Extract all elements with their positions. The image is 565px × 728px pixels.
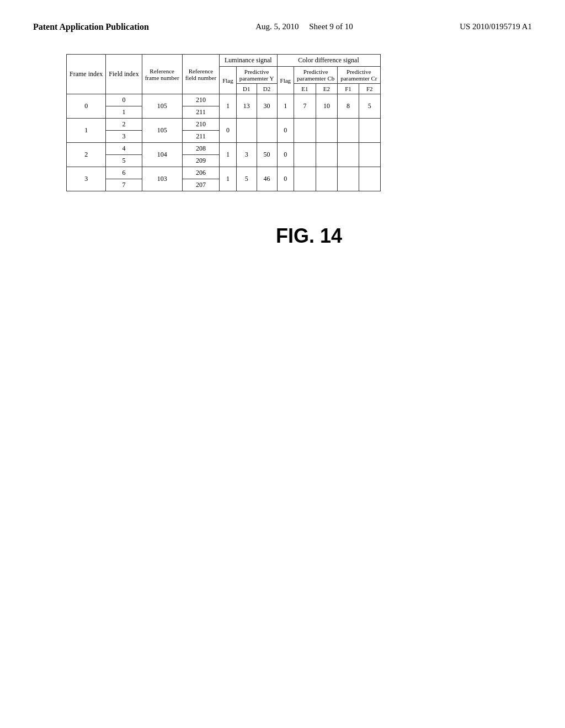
field-index-cell: 5 [106, 155, 142, 167]
f1-cell [338, 143, 359, 167]
d2-cell: 30 [257, 94, 277, 119]
e2-cell: 10 [316, 94, 338, 119]
frame-index-cell: 2 [67, 143, 106, 167]
lum-flag-cell: 1 [220, 167, 237, 191]
lum-flag-cell: 1 [220, 143, 237, 167]
ref-field-header: Referencefield number [182, 55, 220, 94]
f2-header: F2 [359, 84, 380, 94]
color-diff-signal-header: Color difference signal [277, 55, 380, 67]
color-flag-cell: 0 [277, 143, 294, 167]
header-center: Aug. 5, 2010 Sheet 9 of 10 [255, 22, 353, 31]
ref-field-cell: 210 [182, 94, 220, 106]
page-content: Frame index Field index Referenceframe n… [0, 43, 565, 202]
field-index-header: Field index [106, 55, 142, 94]
table-container: Frame index Field index Referenceframe n… [66, 54, 381, 191]
table-row: 3 6 103 206 1 5 46 0 [67, 167, 381, 179]
ref-frame-cell: 103 [142, 167, 182, 191]
f2-cell [359, 167, 380, 191]
header-sheet: Sheet 9 of 10 [309, 22, 353, 31]
ref-field-cell: 207 [182, 179, 220, 191]
lum-flag-header: Flag [220, 67, 237, 94]
color-cr-header: Predictiveparamemter Cr [338, 67, 380, 84]
ref-frame-cell: 104 [142, 143, 182, 167]
field-index-cell: 7 [106, 179, 142, 191]
e2-cell [316, 167, 338, 191]
d2-cell [257, 119, 277, 143]
frame-index-cell: 0 [67, 94, 106, 119]
e1-cell [294, 143, 316, 167]
field-index-cell: 3 [106, 131, 142, 143]
f1-cell [338, 119, 359, 143]
d1-cell: 5 [236, 167, 257, 191]
table-row: 0 0 105 210 1 13 30 1 7 10 8 5 [67, 94, 381, 106]
table-row: 2 4 104 208 1 3 50 0 [67, 143, 381, 155]
f2-cell: 5 [359, 94, 380, 119]
color-cb-header: Predictiveparamemter Cb [294, 67, 338, 84]
d1-cell: 13 [236, 94, 257, 119]
page-header: Patent Application Publication Aug. 5, 2… [0, 0, 565, 43]
frame-index-cell: 1 [67, 119, 106, 143]
data-table: Frame index Field index Referenceframe n… [66, 54, 381, 191]
lum-flag-cell: 1 [220, 94, 237, 119]
field-index-cell: 6 [106, 167, 142, 179]
ref-field-cell: 206 [182, 167, 220, 179]
frame-index-cell: 3 [67, 167, 106, 191]
f1-cell [338, 167, 359, 191]
color-flag-cell: 0 [277, 119, 294, 143]
e1-cell [294, 167, 316, 191]
field-index-cell: 2 [106, 119, 142, 131]
e2-header: E2 [316, 84, 338, 94]
ref-field-cell: 211 [182, 131, 220, 143]
figure-label: FIG. 14 [276, 224, 565, 248]
color-flag-cell: 0 [277, 167, 294, 191]
f1-header: F1 [338, 84, 359, 94]
d1-header: D1 [236, 84, 257, 94]
header-right: US 2010/0195719 A1 [460, 22, 532, 31]
d1-cell: 3 [236, 143, 257, 167]
lum-predictive-header: Predictiveparamemter Y [236, 67, 277, 84]
f2-cell [359, 143, 380, 167]
ref-frame-header: Referenceframe number [142, 55, 182, 94]
field-index-cell: 4 [106, 143, 142, 155]
ref-frame-cell: 105 [142, 119, 182, 143]
header-left: Patent Application Publication [33, 22, 149, 32]
field-index-cell: 0 [106, 94, 142, 106]
color-flag-cell: 1 [277, 94, 294, 119]
e1-header: E1 [294, 84, 316, 94]
table-row: 1 2 105 210 0 0 [67, 119, 381, 131]
field-index-cell: 1 [106, 106, 142, 119]
ref-field-cell: 210 [182, 119, 220, 131]
d2-header: D2 [257, 84, 277, 94]
color-flag-header: Flag [277, 67, 294, 94]
ref-field-cell: 208 [182, 143, 220, 155]
ref-field-cell: 211 [182, 106, 220, 119]
e1-cell [294, 119, 316, 143]
f1-cell: 8 [338, 94, 359, 119]
f2-cell [359, 119, 380, 143]
frame-index-header: Frame index [67, 55, 106, 94]
ref-frame-cell: 105 [142, 94, 182, 119]
d2-cell: 46 [257, 167, 277, 191]
e1-cell: 7 [294, 94, 316, 119]
d1-cell [236, 119, 257, 143]
header-date: Aug. 5, 2010 [255, 22, 299, 31]
ref-field-cell: 209 [182, 155, 220, 167]
e2-cell [316, 143, 338, 167]
lum-flag-cell: 0 [220, 119, 237, 143]
e2-cell [316, 119, 338, 143]
luminance-signal-header: Luminance signal [220, 55, 277, 67]
d2-cell: 50 [257, 143, 277, 167]
